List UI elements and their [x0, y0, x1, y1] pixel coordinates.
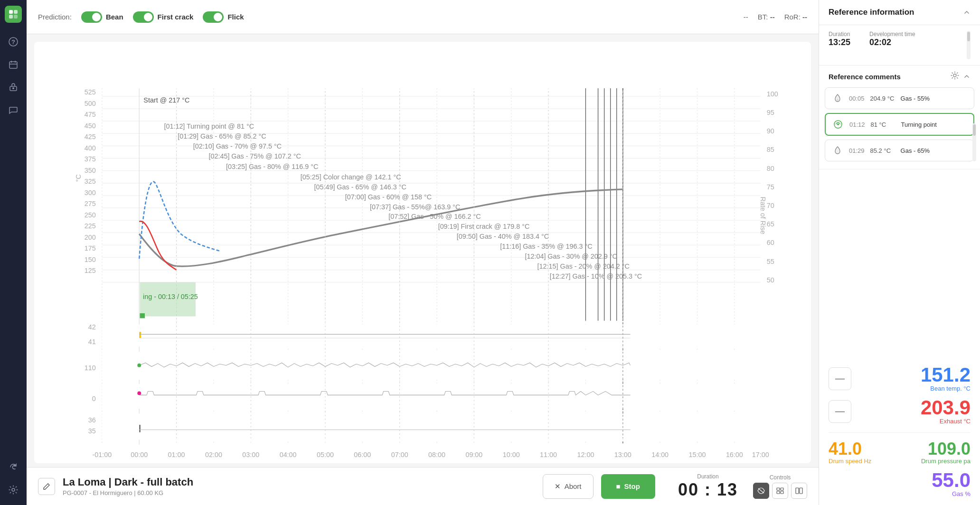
svg-text:60: 60 [767, 239, 774, 246]
comment-text-2: Turning point [901, 121, 937, 128]
bean-temp-minus[interactable]: — [829, 367, 851, 390]
sidebar-item-roaster[interactable] [4, 78, 23, 97]
svg-text:[01:29] Gas - 65% @ 85.2 °C: [01:29] Gas - 65% @ 85.2 °C [178, 132, 266, 140]
comment-temp-2: 81 °C [871, 121, 895, 128]
svg-text:[12:15] Gas - 20% @ 204.2 °C: [12:15] Gas - 20% @ 204.2 °C [537, 262, 630, 270]
drum-speed-value: 41.0 [829, 440, 871, 458]
comments-collapse-icon[interactable] [963, 73, 971, 80]
svg-text:06:00: 06:00 [354, 451, 371, 458]
chart-container[interactable]: 525 500 475 450 425 400 375 350 325 300 … [34, 42, 811, 463]
svg-text:11:00: 11:00 [540, 451, 557, 458]
svg-text:175: 175 [85, 244, 96, 252]
svg-text:325: 325 [85, 178, 96, 185]
bean-toggle-label: Bean [106, 13, 123, 21]
comment-text-3: Gas - 65% [901, 147, 930, 154]
bean-toggle[interactable] [81, 11, 102, 23]
drum-speed-unit: Drum speed Hz [829, 458, 871, 465]
svg-rect-151 [800, 488, 802, 494]
comment-item-3[interactable]: 01:29 85.2 °C Gas - 65% [825, 140, 974, 161]
svg-point-133 [137, 392, 141, 395]
hide-controls-icon[interactable] [753, 483, 769, 499]
main-content: Prediction: Bean First crack Flick -- BT… [27, 0, 819, 505]
abort-button[interactable]: ✕ Abort [543, 474, 594, 499]
drum-pressure-value: 109.0 [921, 440, 971, 458]
drum-pressure-block: 109.0 Drum pressure pa [921, 440, 971, 465]
grid-controls-icon[interactable] [772, 483, 788, 499]
svg-text:450: 450 [85, 122, 96, 130]
svg-text:[03:25] Gas - 80% @ 116.9 °C: [03:25] Gas - 80% @ 116.9 °C [226, 163, 318, 170]
svg-point-130 [137, 364, 141, 367]
svg-text:525: 525 [85, 88, 96, 96]
sensor-readings: — 151.2 Bean temp. °C — 203.9 Exhaust °C… [819, 357, 980, 505]
svg-text:[12:27] Gas - 10% @ 205.3 °C: [12:27] Gas - 10% @ 205.3 °C [550, 272, 642, 280]
exhaust-temp-minus[interactable]: — [829, 400, 851, 423]
svg-text:0: 0 [92, 395, 96, 402]
svg-text:?: ? [11, 38, 15, 46]
svg-rect-6 [9, 62, 17, 68]
list-controls-icon[interactable] [791, 483, 807, 499]
comment-time-2: 01:12 [849, 121, 865, 128]
turning-point-icon [832, 119, 844, 130]
comment-item-1[interactable]: 00:05 204.9 °C Gas - 55% [825, 87, 974, 109]
comments-settings-icon[interactable] [951, 71, 959, 82]
svg-text:42: 42 [88, 323, 96, 331]
svg-text:55: 55 [767, 258, 774, 265]
app-logo [5, 6, 22, 23]
roast-subtitle: PG-0007 - El Hormiguero | 60.00 KG [63, 489, 193, 496]
comment-temp-1: 204.9 °C [870, 95, 895, 102]
ref-comments-title: Reference comments [829, 73, 901, 81]
flick-toggle-group: Flick [203, 11, 244, 23]
flick-toggle-label: Flick [227, 13, 244, 21]
svg-text:13:00: 13:00 [614, 451, 631, 458]
sidebar-item-schedule[interactable] [4, 55, 23, 74]
svg-rect-2 [9, 15, 13, 19]
first-crack-toggle-group: First crack [133, 11, 194, 23]
comment-temp-3: 85.2 °C [870, 147, 895, 154]
svg-text:[01:12] Turning point @ 81 °C: [01:12] Turning point @ 81 °C [164, 122, 254, 130]
topbar: Prediction: Bean First crack Flick -- BT… [27, 0, 819, 34]
svg-text:[11:16] Gas - 35% @ 196.3 °C: [11:16] Gas - 35% @ 196.3 °C [500, 243, 592, 250]
ref-info-header: Reference information [819, 0, 980, 25]
bean-temp-unit: Bean temp. °C [921, 385, 971, 392]
sidebar-item-messages[interactable] [4, 101, 23, 120]
sidebar-item-help[interactable]: ? [4, 32, 23, 51]
svg-text:07:00: 07:00 [391, 451, 408, 458]
svg-rect-123 [102, 324, 761, 346]
separator-stat: -- [744, 13, 748, 21]
svg-text:425: 425 [85, 133, 96, 140]
svg-text:[09:19] First crack @ 179.8 °C: [09:19] First crack @ 179.8 °C [438, 223, 530, 230]
comment-text-1: Gas - 55% [901, 95, 930, 102]
svg-text:70: 70 [767, 202, 774, 209]
svg-text:03:00: 03:00 [242, 451, 259, 458]
sidebar-item-sync[interactable] [4, 458, 23, 477]
svg-text:100: 100 [767, 90, 778, 98]
roast-info: La Loma | Dark - full batch PG-0007 - El… [63, 476, 193, 496]
bean-temp-block: 151.2 Bean temp. °C [921, 365, 971, 392]
svg-point-152 [953, 74, 956, 77]
bottom-bar: La Loma | Dark - full batch PG-0007 - El… [27, 467, 819, 505]
svg-text:14:00: 14:00 [651, 451, 669, 458]
sidebar: ? [0, 0, 27, 505]
svg-text:12:00: 12:00 [577, 451, 594, 458]
svg-text:04:00: 04:00 [280, 451, 297, 458]
svg-rect-105 [140, 313, 145, 318]
flick-toggle[interactable] [203, 11, 224, 23]
svg-text:[05:25] Color change @ 142.1 °: [05:25] Color change @ 142.1 °C [301, 173, 401, 181]
svg-text:[05:49] Gas - 65% @ 146.3 °C: [05:49] Gas - 65% @ 146.3 °C [314, 183, 406, 191]
stop-button[interactable]: ■ Stop [601, 474, 655, 499]
first-crack-toggle[interactable] [133, 11, 154, 23]
svg-rect-0 [9, 10, 13, 14]
bean-temp-value: 151.2 [921, 365, 971, 385]
scroll-up-icon[interactable] [963, 9, 971, 16]
svg-rect-146 [777, 488, 780, 490]
svg-rect-3 [14, 15, 18, 19]
sidebar-item-settings[interactable] [4, 480, 23, 499]
duration-label: Duration [678, 473, 738, 480]
dev-time-label: Development time [869, 31, 915, 37]
duration-block: Duration 00 : 13 [678, 473, 738, 500]
gas-pct-block: 55.0 Gas % [829, 470, 971, 497]
edit-button[interactable] [38, 478, 55, 495]
comment-item-2[interactable]: 01:12 81 °C Turning point [825, 113, 974, 136]
flame-icon-3 [832, 145, 843, 156]
svg-text:02:00: 02:00 [205, 451, 222, 458]
